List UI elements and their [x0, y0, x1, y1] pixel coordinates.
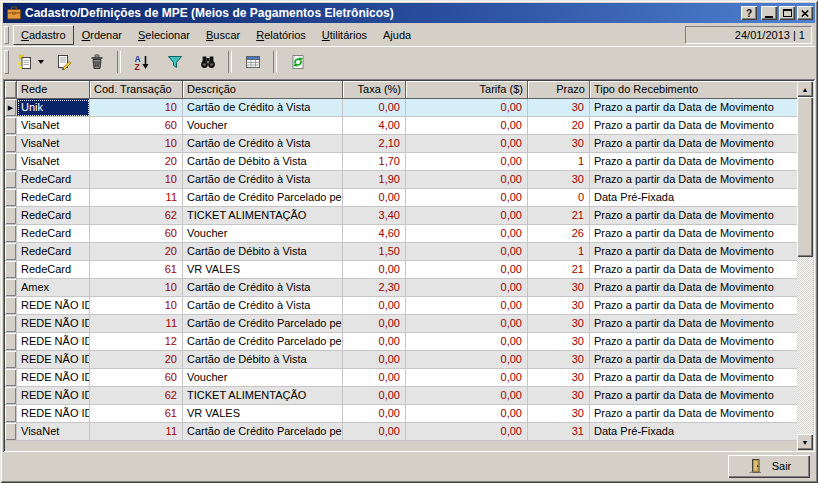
cell-cod-transacao[interactable]: 11: [90, 189, 183, 207]
cell-tipo-recebimento[interactable]: Prazo a partir da Data de Movimento: [590, 99, 797, 117]
cell-prazo[interactable]: 30: [528, 171, 590, 189]
column-header-taxa[interactable]: Taxa (%): [343, 81, 406, 99]
cell-taxa[interactable]: 0,00: [343, 423, 406, 441]
cell-tarifa[interactable]: 0,00: [406, 225, 528, 243]
cell-rede[interactable]: VisaNet: [17, 423, 90, 441]
cell-taxa[interactable]: 0,00: [343, 297, 406, 315]
table-row[interactable]: REDE NÃO IDE61VR VALES0,000,0030Prazo a …: [5, 405, 797, 423]
cell-cod-transacao[interactable]: 61: [90, 261, 183, 279]
cell-taxa[interactable]: 0,00: [343, 99, 406, 117]
cell-rede[interactable]: REDE NÃO IDE: [17, 405, 90, 423]
column-header-cod-transacao[interactable]: Cod. Transação: [90, 81, 183, 99]
cell-descricao[interactable]: Voucher: [183, 117, 343, 135]
cell-prazo[interactable]: 30: [528, 135, 590, 153]
cell-tarifa[interactable]: 0,00: [406, 189, 528, 207]
vertical-scrollbar[interactable]: ▲ ▼: [797, 81, 813, 450]
table-row[interactable]: REDE NÃO IDE12Cartão de Crédito Parcelad…: [5, 333, 797, 351]
cell-prazo[interactable]: 1: [528, 153, 590, 171]
find-button[interactable]: [192, 49, 223, 75]
cell-descricao[interactable]: Cartão de Crédito Parcelado pelo E: [183, 423, 343, 441]
cell-rede[interactable]: RedeCard: [17, 171, 90, 189]
table-row[interactable]: VisaNet20Cartão de Débito à Vista1,700,0…: [5, 153, 797, 171]
cell-tarifa[interactable]: 0,00: [406, 315, 528, 333]
cell-descricao[interactable]: Cartão de Crédito à Vista: [183, 171, 343, 189]
cell-rede[interactable]: REDE NÃO IDE: [17, 351, 90, 369]
cell-tipo-recebimento[interactable]: Prazo a partir da Data de Movimento: [590, 243, 797, 261]
table-row[interactable]: RedeCard60Voucher4,600,0026Prazo a parti…: [5, 225, 797, 243]
cell-prazo[interactable]: 30: [528, 99, 590, 117]
cell-taxa[interactable]: 0,00: [343, 405, 406, 423]
table-row[interactable]: VisaNet60Voucher4,000,0020Prazo a partir…: [5, 117, 797, 135]
cell-rede[interactable]: RedeCard: [17, 207, 90, 225]
table-row[interactable]: REDE NÃO IDE62TICKET ALIMENTAÇÃO0,000,00…: [5, 387, 797, 405]
cell-tipo-recebimento[interactable]: Prazo a partir da Data de Movimento: [590, 333, 797, 351]
cell-rede[interactable]: RedeCard: [17, 225, 90, 243]
cell-rede[interactable]: RedeCard: [17, 261, 90, 279]
table-row[interactable]: RedeCard61VR VALES0,000,0021Prazo a part…: [5, 261, 797, 279]
scroll-thumb[interactable]: [797, 97, 813, 257]
cell-tarifa[interactable]: 0,00: [406, 171, 528, 189]
scroll-track[interactable]: [797, 257, 813, 434]
table-row[interactable]: Amex10Cartão de Crédito à Vista2,300,003…: [5, 279, 797, 297]
cell-tipo-recebimento[interactable]: Prazo a partir da Data de Movimento: [590, 279, 797, 297]
menu-item-ordenar[interactable]: Ordenar: [74, 25, 130, 45]
cell-tipo-recebimento[interactable]: Prazo a partir da Data de Movimento: [590, 387, 797, 405]
refresh-button[interactable]: [282, 49, 313, 75]
cell-tarifa[interactable]: 0,00: [406, 153, 528, 171]
cell-taxa[interactable]: 0,00: [343, 351, 406, 369]
new-record-button[interactable]: [14, 49, 46, 75]
cell-descricao[interactable]: Cartão de Crédito à Vista: [183, 99, 343, 117]
cell-descricao[interactable]: Cartão de Crédito à Vista: [183, 279, 343, 297]
cell-taxa[interactable]: 0,00: [343, 261, 406, 279]
cell-rede[interactable]: RedeCard: [17, 189, 90, 207]
help-button[interactable]: ?: [741, 6, 757, 20]
table-row[interactable]: ▶Unik10Cartão de Crédito à Vista0,000,00…: [5, 99, 797, 117]
delete-record-button[interactable]: [81, 49, 112, 75]
cell-tipo-recebimento[interactable]: Prazo a partir da Data de Movimento: [590, 117, 797, 135]
cell-rede[interactable]: REDE NÃO IDE: [17, 387, 90, 405]
cell-prazo[interactable]: 30: [528, 279, 590, 297]
cell-tarifa[interactable]: 0,00: [406, 333, 528, 351]
cell-cod-transacao[interactable]: 62: [90, 387, 183, 405]
scroll-up-button[interactable]: ▲: [797, 81, 813, 97]
cell-cod-transacao[interactable]: 10: [90, 171, 183, 189]
table-row[interactable]: VisaNet11Cartão de Crédito Parcelado pel…: [5, 423, 797, 441]
cell-taxa[interactable]: 0,00: [343, 315, 406, 333]
cell-descricao[interactable]: Cartão de Crédito Parcelado pelo E: [183, 189, 343, 207]
cell-taxa[interactable]: 3,40: [343, 207, 406, 225]
cell-prazo[interactable]: 30: [528, 333, 590, 351]
cell-tipo-recebimento[interactable]: Prazo a partir da Data de Movimento: [590, 405, 797, 423]
cell-taxa[interactable]: 1,90: [343, 171, 406, 189]
cell-descricao[interactable]: Cartão de Crédito Parcelado pela A: [183, 333, 343, 351]
cell-prazo[interactable]: 30: [528, 405, 590, 423]
cell-tarifa[interactable]: 0,00: [406, 135, 528, 153]
menu-item-ajuda[interactable]: Ajuda: [375, 25, 419, 45]
cell-tarifa[interactable]: 0,00: [406, 117, 528, 135]
scroll-down-button[interactable]: ▼: [797, 434, 813, 450]
cell-taxa[interactable]: 2,30: [343, 279, 406, 297]
cell-cod-transacao[interactable]: 20: [90, 243, 183, 261]
cell-rede[interactable]: RedeCard: [17, 243, 90, 261]
cell-rede[interactable]: Amex: [17, 279, 90, 297]
column-header-tarifa[interactable]: Tarifa ($): [406, 81, 528, 99]
menu-item-relatorios[interactable]: Relatórios: [248, 25, 314, 45]
cell-tarifa[interactable]: 0,00: [406, 423, 528, 441]
menu-gripper[interactable]: [4, 26, 9, 44]
cell-cod-transacao[interactable]: 10: [90, 135, 183, 153]
dropdown-arrow-icon[interactable]: [38, 60, 44, 64]
grid-config-button[interactable]: [237, 49, 268, 75]
minimize-button[interactable]: [761, 6, 777, 20]
table-row[interactable]: RedeCard11Cartão de Crédito Parcelado pe…: [5, 189, 797, 207]
cell-cod-transacao[interactable]: 12: [90, 333, 183, 351]
cell-tarifa[interactable]: 0,00: [406, 297, 528, 315]
table-row[interactable]: RedeCard10Cartão de Crédito à Vista1,900…: [5, 171, 797, 189]
cell-prazo[interactable]: 30: [528, 369, 590, 387]
cell-descricao[interactable]: Voucher: [183, 369, 343, 387]
column-header-tipo-recebimento[interactable]: Tipo do Recebimento: [590, 81, 797, 99]
cell-tarifa[interactable]: 0,00: [406, 387, 528, 405]
cell-rede[interactable]: REDE NÃO IDE: [17, 369, 90, 387]
cell-cod-transacao[interactable]: 20: [90, 153, 183, 171]
table-row[interactable]: VisaNet10Cartão de Crédito à Vista2,100,…: [5, 135, 797, 153]
cell-descricao[interactable]: Cartão de Débito à Vista: [183, 153, 343, 171]
cell-tipo-recebimento[interactable]: Prazo a partir da Data de Movimento: [590, 315, 797, 333]
